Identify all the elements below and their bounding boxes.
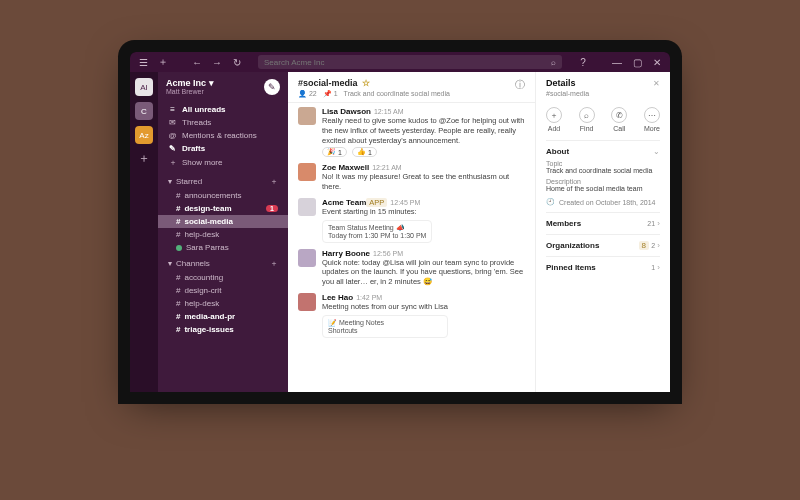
about-desc[interactable]: Home of the social media team: [546, 185, 660, 192]
avatar[interactable]: [298, 198, 316, 216]
hash-icon: #: [176, 312, 180, 321]
message-author[interactable]: Lisa Dawson: [322, 107, 371, 116]
message: Acme TeamAPP12:45 PM Event starting in 1…: [298, 198, 525, 243]
nav-mentions[interactable]: @Mentions & reactions: [158, 129, 288, 142]
workspace-switch-3[interactable]: Az: [135, 126, 153, 144]
sidebar-item-announcements[interactable]: #announcements: [158, 189, 288, 202]
pin-count[interactable]: 📌 1: [323, 90, 338, 98]
message-body: No! It was my pleasure! Great to see the…: [322, 172, 525, 192]
drafts-icon: ✎: [168, 144, 177, 153]
app-badge: APP: [366, 198, 387, 207]
add-channel-icon[interactable]: ＋: [270, 258, 278, 269]
event-attachment[interactable]: Team Status Meeting 📣 Today from 1:30 PM…: [322, 220, 432, 243]
details-pinned-toggle[interactable]: Pinned Items1 ›: [546, 263, 660, 272]
channel-topic[interactable]: Track and coordinate social media: [344, 90, 450, 98]
menu-icon[interactable]: ☰: [136, 55, 150, 69]
hash-icon: #: [176, 299, 180, 308]
reaction[interactable]: 🎉1: [322, 147, 347, 157]
maximize-icon[interactable]: ▢: [630, 55, 644, 69]
workspace-header[interactable]: Acme Inc▾ Matt Brewer ✎: [158, 72, 288, 101]
details-about-toggle[interactable]: About⌄: [546, 147, 660, 156]
help-icon[interactable]: ?: [576, 55, 590, 69]
unreads-icon: ≡: [168, 105, 177, 114]
mentions-icon: @: [168, 131, 177, 140]
details-orgs-toggle[interactable]: Organizations8 2 ›: [546, 241, 660, 250]
details-add-button[interactable]: ＋Add: [546, 107, 562, 132]
avatar[interactable]: [298, 107, 316, 125]
message-time: 12:56 PM: [373, 250, 403, 257]
message-author[interactable]: Lee Hao: [322, 293, 353, 302]
workspace-switch-acme[interactable]: AI: [135, 78, 153, 96]
minimize-icon[interactable]: —: [610, 55, 624, 69]
message-time: 1:42 PM: [356, 294, 382, 301]
message-time: 12:21 AM: [372, 164, 402, 171]
channel-title[interactable]: #social-media: [298, 78, 358, 88]
current-user: Matt Brewer: [166, 88, 214, 95]
sidebar-item-design-team[interactable]: #design-team1: [158, 202, 288, 215]
avatar[interactable]: [298, 249, 316, 267]
workspace-switch-2[interactable]: C: [135, 102, 153, 120]
sidebar-item-help-desk-2[interactable]: #help-desk: [158, 297, 288, 310]
caret-down-icon: ▾: [168, 177, 172, 186]
details-find-button[interactable]: ⌕Find: [579, 107, 595, 132]
attachment-line: Shortcuts: [328, 327, 442, 334]
member-count[interactable]: 👤 22: [298, 90, 317, 98]
nav-threads[interactable]: ✉Threads: [158, 116, 288, 129]
add-workspace-icon[interactable]: ＋: [138, 150, 150, 167]
details-more-button[interactable]: ⋯More: [644, 107, 660, 132]
avatar[interactable]: [298, 163, 316, 181]
section-channels-header[interactable]: ▾Channels ＋: [158, 254, 288, 271]
reaction[interactable]: 👍1: [352, 147, 377, 157]
nav-show-more[interactable]: ＋Show more: [158, 155, 288, 170]
star-icon[interactable]: ☆: [362, 78, 370, 88]
clock-icon: 🕘: [546, 198, 555, 206]
sidebar-item-accounting[interactable]: #accounting: [158, 271, 288, 284]
hash-icon: #: [176, 191, 180, 200]
sidebar-item-design-crit[interactable]: #design-crit: [158, 284, 288, 297]
unread-badge: 1: [266, 205, 278, 212]
details-call-button[interactable]: ✆Call: [611, 107, 627, 132]
plus-icon: ＋: [168, 157, 177, 168]
message-author[interactable]: Acme Team: [322, 198, 366, 207]
message: Lee Hao1:42 PM Meeting notes from our sy…: [298, 293, 525, 338]
channel-info-icon[interactable]: ⓘ: [515, 78, 525, 92]
close-details-icon[interactable]: ✕: [653, 79, 660, 88]
message-time: 12:15 AM: [374, 108, 404, 115]
message: Zoe Maxwell12:21 AM No! It was my pleasu…: [298, 163, 525, 192]
presence-icon: [176, 245, 182, 251]
chevron-right-icon: ›: [657, 263, 660, 272]
search-bar[interactable]: ⌕: [258, 55, 562, 69]
compose-button[interactable]: ✎: [264, 79, 280, 95]
titlebar: ☰ ＋ ← → ↻ ⌕ ? — ▢ ✕: [130, 52, 670, 72]
nav-all-unreads[interactable]: ≡All unreads: [158, 103, 288, 116]
search-input[interactable]: [264, 58, 547, 67]
nav-drafts[interactable]: ✎Drafts: [158, 142, 288, 155]
details-members-toggle[interactable]: Members21 ›: [546, 219, 660, 228]
forward-icon[interactable]: →: [210, 55, 224, 69]
close-icon[interactable]: ✕: [650, 55, 664, 69]
sidebar-item-social-media[interactable]: #social-media: [158, 215, 288, 228]
add-starred-icon[interactable]: ＋: [270, 176, 278, 187]
sidebar-item-triage-issues[interactable]: #triage-issues: [158, 323, 288, 336]
message-body: Quick note: today @Lisa will join our te…: [322, 258, 525, 287]
hash-icon: #: [176, 273, 180, 282]
sidebar-item-help-desk[interactable]: #help-desk: [158, 228, 288, 241]
post-attachment[interactable]: 📝 Meeting Notes Shortcuts: [322, 315, 448, 338]
org-badge: 8: [639, 241, 649, 250]
avatar[interactable]: [298, 293, 316, 311]
about-topic[interactable]: Track and coordinate social media: [546, 167, 660, 174]
caret-down-icon: ▾: [168, 259, 172, 268]
hash-icon: #: [176, 230, 180, 239]
sidebar-item-media-and-pr[interactable]: #media-and-pr: [158, 310, 288, 323]
sidebar: Acme Inc▾ Matt Brewer ✎ ≡All unreads ✉Th…: [158, 72, 288, 392]
sidebar-item-sara-parras[interactable]: Sara Parras: [158, 241, 288, 254]
history-icon[interactable]: ↻: [230, 55, 244, 69]
message-author[interactable]: Harry Boone: [322, 249, 370, 258]
back-icon[interactable]: ←: [190, 55, 204, 69]
section-starred-header[interactable]: ▾Starred ＋: [158, 172, 288, 189]
new-tab-icon[interactable]: ＋: [156, 55, 170, 69]
details-subtitle: #social-media: [546, 90, 660, 97]
message: Harry Boone12:56 PM Quick note: today @L…: [298, 249, 525, 287]
details-about-section: About⌄ TopicTrack and coordinate social …: [546, 140, 660, 212]
message-author[interactable]: Zoe Maxwell: [322, 163, 369, 172]
